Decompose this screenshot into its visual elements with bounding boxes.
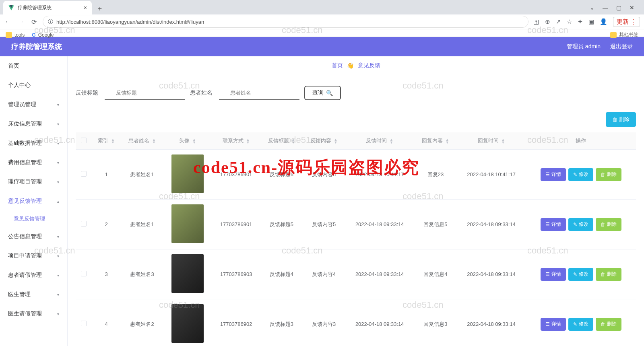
share-icon[interactable]: ↗	[556, 18, 561, 25]
sort-icon[interactable]: ▲▼	[446, 138, 449, 144]
row-checkbox[interactable]	[81, 171, 87, 177]
th-4[interactable]: 反馈标题 ▲▼	[260, 132, 303, 150]
maximize-icon[interactable]: ▢	[616, 4, 621, 11]
sidebar-item-label: 公告信息管理	[8, 233, 42, 240]
edit-button[interactable]: ✎ 修改	[568, 218, 593, 231]
sidebar-item-5[interactable]: 费用信息管理▾	[0, 153, 67, 172]
cell-rtime: 2022-04-18 09:33:14	[457, 200, 526, 249]
back-icon[interactable]: ←	[4, 18, 12, 26]
bookmark-tools[interactable]: tools	[6, 32, 25, 38]
feedback-title-input[interactable]	[105, 86, 185, 100]
sidebar-item-9[interactable]: 项目申请管理▾	[0, 246, 67, 266]
cell-idx: 3	[92, 249, 121, 299]
browser-tab[interactable]: 疗养院管理系统 ×	[3, 1, 92, 14]
query-button[interactable]: 查询🔍	[304, 86, 341, 100]
minimize-icon[interactable]: —	[603, 4, 608, 11]
row-checkbox[interactable]	[81, 321, 87, 326]
th-5[interactable]: 反馈内容 ▲▼	[303, 132, 345, 150]
forward-icon[interactable]: →	[17, 18, 25, 26]
sidebar-item-2[interactable]: 管理员管理▾	[0, 95, 67, 114]
sidebar-item-10[interactable]: 患者请假管理▾	[0, 266, 67, 285]
sidebar-item-1[interactable]: 个人中心	[0, 76, 67, 95]
th-3[interactable]: 联系方式 ▲▼	[212, 132, 260, 150]
site-info-icon[interactable]: ⓘ	[48, 18, 53, 25]
update-button[interactable]: 更新 ⋮	[613, 17, 640, 27]
window-close-icon[interactable]: ✕	[630, 4, 634, 11]
sidebar-item-label: 基础数据管理	[8, 140, 42, 147]
chevron-down-icon[interactable]: ⌄	[590, 4, 594, 11]
bookmark-icon[interactable]: ☆	[567, 18, 572, 25]
select-all-checkbox[interactable]	[81, 138, 87, 143]
patient-name-input[interactable]	[219, 86, 299, 100]
th-7[interactable]: 回复内容 ▲▼	[414, 132, 456, 150]
detail-button[interactable]: ☰ 详情	[541, 268, 566, 281]
sidebar-subitem-feedback[interactable]: 意见反馈管理	[0, 211, 67, 227]
tab-close-icon[interactable]: ×	[84, 4, 87, 11]
sort-icon[interactable]: ▲▼	[111, 138, 115, 144]
sort-icon[interactable]: ▲▼	[192, 138, 196, 144]
detail-button[interactable]: ☰ 详情	[541, 318, 566, 331]
sort-icon[interactable]: ▲▼	[246, 138, 250, 144]
cell-title: 反馈标题5	[260, 200, 303, 249]
breadcrumb: 首页 👋 意见反馈	[76, 56, 636, 75]
th-6[interactable]: 反馈时间 ▲▼	[345, 132, 414, 150]
cell-idx: 2	[92, 200, 121, 249]
delete-button[interactable]: 🗑 删除	[596, 268, 621, 281]
bulk-delete-button[interactable]: 🗑删除	[606, 112, 636, 127]
translate-icon[interactable]: ⊕	[545, 18, 550, 25]
sidebar-item-6[interactable]: 理疗项目管理▾	[0, 172, 67, 192]
bookmark-google[interactable]: GGoogle	[32, 32, 54, 38]
sidebar-item-label: 费用信息管理	[8, 159, 42, 166]
folder-icon	[610, 32, 617, 38]
sort-icon[interactable]: ▲▼	[390, 138, 393, 144]
chevron-down-icon: ▾	[57, 141, 59, 146]
detail-button[interactable]: ☰ 详情	[541, 168, 566, 181]
sort-icon[interactable]: ▲▼	[152, 138, 156, 144]
sidebar-item-8[interactable]: 公告信息管理▾	[0, 227, 67, 246]
th-2[interactable]: 头像 ▲▼	[163, 132, 212, 150]
chevron-down-icon: ▾	[57, 235, 59, 239]
key-icon[interactable]: ⚿	[533, 19, 539, 25]
profile-icon[interactable]: 👤	[600, 18, 607, 25]
table-row: 1患者姓名117703786901反馈标题6反馈内容62022-04-18 10…	[76, 150, 636, 200]
bookmark-other[interactable]: 其他书签	[610, 31, 638, 38]
cell-ftime: 2022-04-18 09:33:14	[345, 200, 414, 249]
url-input[interactable]: ⓘ http://localhost:8080/liaoyangyuan/adm…	[43, 16, 528, 28]
edit-button[interactable]: ✎ 修改	[568, 318, 593, 331]
trash-icon: 🗑	[601, 321, 605, 327]
sidebar-item-3[interactable]: 床位信息管理▾	[0, 114, 67, 134]
extensions-icon[interactable]: ✦	[578, 18, 583, 25]
label-feedback-title: 反馈标题	[76, 89, 98, 97]
row-checkbox[interactable]	[81, 221, 87, 227]
edit-button[interactable]: ✎ 修改	[568, 168, 593, 181]
sort-icon[interactable]: ▲▼	[334, 138, 337, 144]
row-checkbox[interactable]	[81, 271, 87, 276]
sidebar-item-0[interactable]: 首页	[0, 56, 67, 76]
sidebar-item-7[interactable]: 意见反馈管理▴	[0, 192, 67, 211]
edit-button[interactable]: ✎ 修改	[568, 268, 593, 281]
sidepanel-icon[interactable]: ▣	[588, 18, 594, 25]
new-tab-button[interactable]: +	[94, 3, 105, 14]
current-user[interactable]: 管理员 admin	[567, 43, 601, 50]
sidebar-item-4[interactable]: 基础数据管理▾	[0, 134, 67, 153]
cell-reply: 回复信息5	[414, 200, 456, 249]
delete-button[interactable]: 🗑 删除	[596, 168, 621, 181]
hand-icon: 👋	[347, 62, 354, 69]
detail-button[interactable]: ☰ 详情	[541, 218, 566, 231]
th-9[interactable]: 操作	[526, 132, 636, 150]
sort-icon[interactable]: ▲▼	[501, 138, 505, 144]
th-8[interactable]: 回复时间 ▲▼	[457, 132, 526, 150]
th-0[interactable]: 索引 ▲▼	[92, 132, 121, 150]
logout-button[interactable]: 退出登录	[610, 43, 633, 50]
cell-ftime: 2022-04-18 09:33:14	[345, 249, 414, 299]
breadcrumb-home[interactable]: 首页	[332, 62, 343, 69]
avatar	[171, 304, 204, 343]
reload-icon[interactable]: ⟳	[30, 18, 38, 26]
sidebar-item-11[interactable]: 医生管理▾	[0, 285, 67, 304]
sidebar-item-12[interactable]: 医生请假管理▾	[0, 304, 67, 323]
delete-button[interactable]: 🗑 删除	[596, 318, 621, 331]
sort-icon[interactable]: ▲▼	[291, 138, 295, 144]
cell-ops: ☰ 详情✎ 修改🗑 删除	[526, 299, 636, 346]
th-1[interactable]: 患者姓名 ▲▼	[121, 132, 163, 150]
delete-button[interactable]: 🗑 删除	[596, 218, 621, 231]
